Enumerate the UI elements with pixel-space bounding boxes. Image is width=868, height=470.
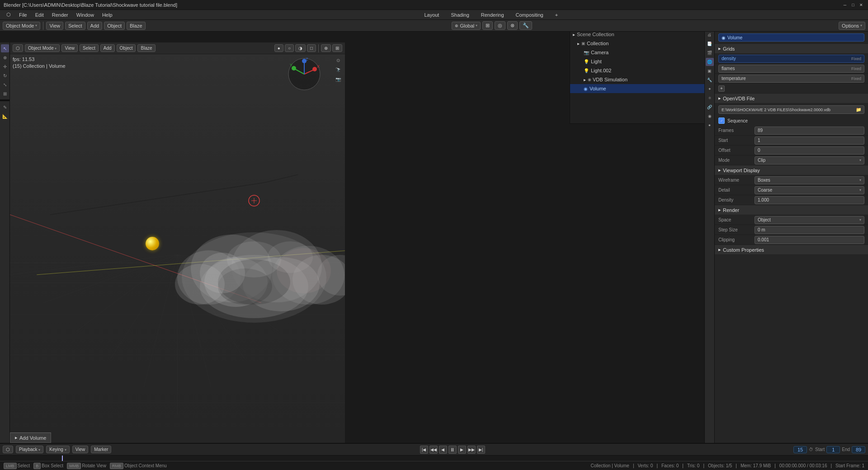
view-menu[interactable]: View bbox=[46, 22, 63, 30]
zoom-to-fit-icon[interactable]: ⊙ bbox=[334, 56, 342, 64]
add-menu[interactable]: Add bbox=[87, 22, 103, 30]
view-vp[interactable]: View bbox=[61, 44, 78, 52]
constraints-icon[interactable]: 🔗 bbox=[706, 103, 714, 111]
jump-start-button[interactable]: |◀ bbox=[420, 446, 428, 454]
tab-compositing[interactable]: Compositing bbox=[510, 11, 549, 19]
play-reverse-button[interactable]: ◀ bbox=[439, 446, 447, 454]
space-dropdown[interactable]: Object ▾ bbox=[755, 216, 864, 224]
cursor-tool[interactable]: ⊕ bbox=[1, 53, 9, 61]
start-frame-field[interactable]: 1 bbox=[826, 446, 840, 453]
sequence-checkbox[interactable]: ✓ bbox=[718, 118, 725, 124]
keying-menu[interactable]: Keying ▾ bbox=[46, 446, 69, 453]
select-tool[interactable]: ↖ bbox=[1, 44, 9, 52]
blaze-menu[interactable]: Blaze bbox=[127, 22, 146, 30]
outliner-item-vdb[interactable]: ▸ ◉ VDB Simulation 👁 bbox=[570, 75, 714, 84]
close-button[interactable]: ✕ bbox=[858, 2, 864, 8]
step-size-field[interactable]: 0 m bbox=[755, 226, 864, 234]
data-properties-icon[interactable]: ◉ bbox=[706, 112, 714, 120]
world-properties-icon[interactable]: 🌐 bbox=[706, 58, 714, 66]
viewport-shading-material[interactable]: ○ bbox=[285, 44, 294, 52]
maximize-button[interactable]: □ bbox=[850, 2, 856, 8]
viewport-show-overlay[interactable]: ⊞ bbox=[332, 44, 342, 52]
add-vp[interactable]: Add bbox=[100, 44, 115, 52]
timeline-editor-icon[interactable]: ⬡ bbox=[3, 446, 13, 453]
object-properties-icon[interactable]: ▣ bbox=[706, 67, 714, 75]
status-select[interactable]: LMB Select bbox=[4, 463, 30, 469]
output-properties-icon[interactable]: 🖨 bbox=[706, 31, 714, 39]
transform-pivot[interactable]: ⊗ bbox=[507, 21, 518, 30]
viewport-display-header[interactable]: ▸ Viewport Display bbox=[715, 165, 868, 175]
start-field[interactable]: 1 bbox=[755, 136, 864, 145]
axes-gizmo[interactable]: X Y Z bbox=[286, 56, 322, 92]
status-box-select[interactable]: B Box Select bbox=[33, 463, 63, 469]
tab-layout[interactable]: Layout bbox=[419, 11, 444, 19]
outliner-item-camera[interactable]: 📷 Camera 👁 bbox=[570, 48, 714, 57]
blaze-vp[interactable]: Blaze bbox=[137, 44, 155, 52]
select-menu[interactable]: Select bbox=[65, 22, 85, 30]
view-layer-icon[interactable]: 📑 bbox=[706, 40, 714, 48]
menu-edit[interactable]: Edit bbox=[32, 11, 47, 19]
marker-menu[interactable]: Marker bbox=[91, 446, 111, 453]
options-button[interactable]: Options ▾ bbox=[839, 22, 865, 30]
frames-field[interactable]: 89 bbox=[755, 127, 864, 135]
menu-help[interactable]: Help bbox=[99, 11, 116, 19]
render-section-header[interactable]: ▸ Render bbox=[715, 205, 868, 215]
object-vp[interactable]: Object bbox=[117, 44, 136, 52]
end-frame-field[interactable]: 89 bbox=[852, 446, 865, 453]
prev-keyframe-button[interactable]: ◀◀ bbox=[429, 446, 438, 454]
density-field[interactable]: density Fixed bbox=[718, 55, 864, 63]
playback-menu[interactable]: Playback ▾ bbox=[16, 446, 43, 453]
menu-file[interactable]: File bbox=[15, 11, 31, 19]
outliner-item-light002[interactable]: 💡 Light.002 ⚙ 👁 bbox=[570, 66, 714, 75]
outliner-item-collection[interactable]: ▸ ▣ Collection 👁 bbox=[570, 39, 714, 48]
status-context-menu[interactable]: RMB Object Context Menu bbox=[110, 463, 167, 469]
viewport-3d[interactable]: ⬡ Object Mode ▾ View Select Add Object B… bbox=[10, 42, 345, 443]
snap-button[interactable]: ⊞ bbox=[482, 21, 493, 30]
proportional-button[interactable]: ◎ bbox=[495, 21, 505, 30]
object-name-field[interactable]: ◉ Volume bbox=[718, 33, 864, 42]
object-mode-dropdown[interactable]: Object Mode ▾ bbox=[3, 22, 40, 30]
particles-properties-icon[interactable]: ✦ bbox=[706, 85, 714, 93]
jump-end-button[interactable]: ▶| bbox=[477, 446, 485, 454]
transform-orient[interactable]: 🔧 bbox=[519, 21, 532, 30]
detail-dropdown[interactable]: Coarse ▾ bbox=[755, 186, 864, 194]
clipping-field[interactable]: 0.001 bbox=[755, 236, 864, 244]
menu-window[interactable]: Window bbox=[73, 11, 98, 19]
mode-dropdown[interactable]: Clip ▾ bbox=[755, 156, 864, 164]
grids-section-header[interactable]: ▸ Grids bbox=[715, 44, 868, 54]
outliner-item-light[interactable]: 💡 Light ⚙ 👁 bbox=[570, 57, 714, 66]
blender-icon[interactable]: ⬡ bbox=[3, 11, 14, 19]
tab-add[interactable]: + bbox=[550, 11, 563, 19]
scene-properties-icon[interactable]: 🎬 bbox=[706, 49, 714, 57]
openvdb-section-header[interactable]: ▸ OpenVDB File bbox=[715, 94, 868, 103]
viewport-shading-solid[interactable]: ● bbox=[274, 44, 283, 52]
camera-view-icon[interactable]: 📷 bbox=[334, 75, 342, 83]
offset-field[interactable]: 0 bbox=[755, 146, 864, 155]
tab-rendering[interactable]: Rendering bbox=[476, 11, 509, 19]
select-vp[interactable]: Select bbox=[80, 44, 99, 52]
current-frame-field[interactable]: 15 bbox=[793, 446, 807, 453]
view-menu-tl[interactable]: View bbox=[72, 446, 89, 453]
play-forward-button[interactable]: ▶ bbox=[458, 446, 466, 454]
physics-properties-icon[interactable]: ⚛ bbox=[706, 94, 714, 102]
vdb-filepath-field[interactable]: E:\Work\SHOCKWAVE 2 VDB FILES\Shockwave2… bbox=[718, 105, 864, 114]
scale-tool[interactable]: ⤡ bbox=[1, 80, 9, 89]
play-button[interactable]: ⏸ bbox=[448, 446, 457, 454]
tab-shading[interactable]: Shading bbox=[445, 11, 474, 19]
viewport-shading-wireframe[interactable]: □ bbox=[307, 44, 316, 52]
add-volume-button[interactable]: ▸ Add Volume bbox=[10, 432, 51, 443]
rotate-tool[interactable]: ↻ bbox=[1, 71, 9, 80]
modifier-properties-icon[interactable]: 🔧 bbox=[706, 76, 714, 84]
status-rotate[interactable]: MMB Rotate View bbox=[67, 463, 106, 469]
object-menu[interactable]: Object bbox=[104, 22, 125, 30]
annotate-tool[interactable]: ✎ bbox=[1, 103, 9, 111]
perspective-toggle-icon[interactable]: 🔭 bbox=[334, 66, 342, 74]
object-mode-vp[interactable]: Object Mode ▾ bbox=[25, 44, 60, 52]
material-properties-icon[interactable]: ● bbox=[706, 121, 714, 129]
move-tool[interactable]: ✛ bbox=[1, 62, 9, 70]
minimize-button[interactable]: ─ bbox=[842, 2, 848, 8]
temperature-field[interactable]: temperature Fixed bbox=[718, 75, 864, 83]
outliner-item-volume[interactable]: ◉ Volume ⚙ 👁 bbox=[570, 84, 714, 93]
viewport-shading-rendered[interactable]: ◑ bbox=[295, 44, 306, 52]
add-grid-button[interactable]: + bbox=[718, 85, 725, 92]
